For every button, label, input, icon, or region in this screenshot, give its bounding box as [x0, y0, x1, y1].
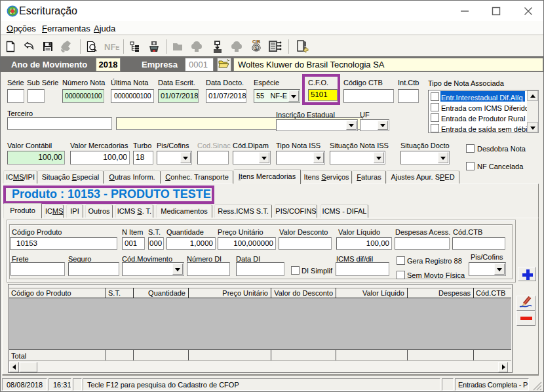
svg-text:$: $ — [255, 45, 258, 51]
svg-text:CIB: CIB — [252, 39, 260, 44]
